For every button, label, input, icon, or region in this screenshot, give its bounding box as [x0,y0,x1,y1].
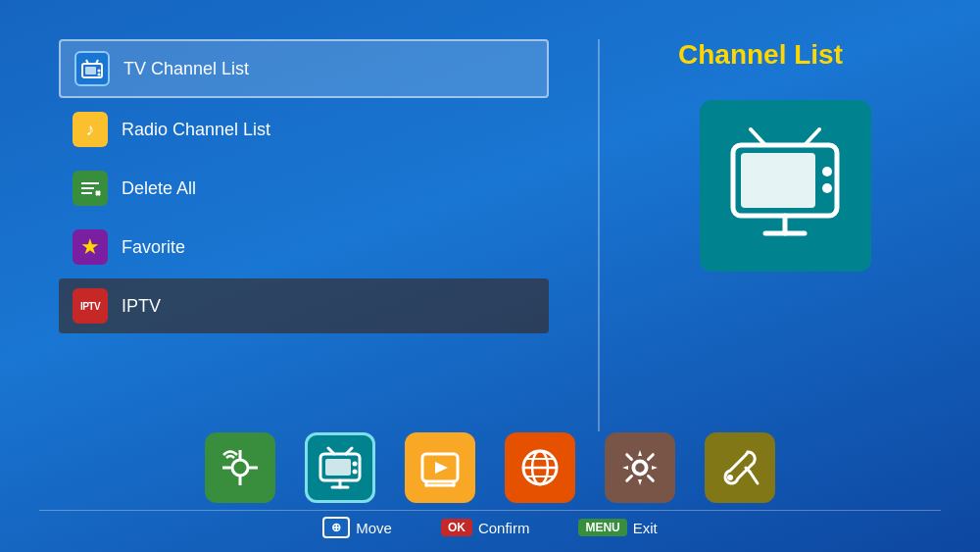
menu-item-delete-all-label: Delete All [122,178,196,199]
svg-rect-27 [325,459,351,476]
tv-toolbar-icon-box [305,432,375,503]
svg-point-19 [232,460,248,476]
internet-icon-box [505,432,575,503]
toolbar-btn-tv[interactable] [305,432,375,503]
tv-channel-icon [74,51,110,86]
toolbar-btn-settings[interactable] [605,432,675,503]
menu-item-iptv[interactable]: IPTV IPTV [59,278,549,333]
svg-point-28 [353,462,358,467]
radio-channel-icon: ♪ [73,112,108,147]
menu-item-favorite[interactable]: ★ Favorite [59,220,549,275]
hint-exit-label: Exit [633,520,658,536]
main-content: TV Channel List ♪ Radio Channel List Del… [0,0,980,451]
media-icon-box [405,432,475,503]
delete-all-icon [73,171,108,206]
menu-item-radio-channel-list-label: Radio Channel List [122,120,270,140]
tv-icon-box [700,100,871,272]
hint-exit: MENU Exit [578,519,657,536]
svg-point-46 [727,475,733,480]
confirm-badge: OK [441,519,472,536]
settings-icon-box [605,432,675,503]
bottom-line [39,510,941,511]
exit-badge: MENU [578,519,626,536]
toolbar-btn-media[interactable] [405,432,475,503]
favorite-icon: ★ [73,229,108,265]
menu-item-favorite-label: Favorite [122,237,185,258]
svg-point-4 [98,70,101,73]
satellite-icon [219,446,262,489]
svg-point-29 [353,470,358,475]
menu-item-tv-channel-list[interactable]: TV Channel List [59,39,549,98]
globe-icon [518,446,562,489]
gear-icon [618,446,662,489]
svg-line-44 [750,472,758,483]
svg-rect-3 [85,67,96,75]
hint-confirm-label: Confirm [478,520,530,536]
right-panel: Channel List [649,39,921,431]
svg-point-43 [634,462,646,474]
bottom-hints: ⊕ Move OK Confirm MENU Exit [0,517,980,538]
toolbar-btn-tools[interactable] [705,432,775,503]
hint-move: ⊕ Move [322,517,392,538]
hint-move-label: Move [356,520,392,536]
menu-item-iptv-label: IPTV [122,296,161,317]
hint-confirm: OK Confirm [441,519,530,536]
svg-marker-33 [435,462,448,474]
divider [598,39,600,431]
toolbar-btn-internet[interactable] [505,432,575,503]
menu-item-delete-all[interactable]: Delete All [59,161,549,216]
tv-illustration [721,127,849,245]
iptv-icon: IPTV [73,288,108,324]
page-title: Channel List [678,39,843,71]
svg-point-16 [822,183,832,193]
menu-item-radio-channel-list[interactable]: ♪ Radio Channel List [59,102,549,157]
tools-icon-box [705,432,775,503]
tv-toolbar-icon [317,446,364,489]
wrench-icon [718,446,761,489]
svg-rect-14 [741,153,815,208]
toolbar-btn-satellite[interactable] [205,432,275,503]
satellite-icon-box [205,432,275,503]
media-icon [418,446,462,489]
menu-panel: TV Channel List ♪ Radio Channel List Del… [59,39,549,431]
svg-point-5 [98,74,101,76]
svg-point-15 [822,167,832,176]
menu-item-tv-channel-list-label: TV Channel List [123,59,249,79]
move-badge: ⊕ [322,517,350,538]
bottom-toolbar [0,432,980,503]
